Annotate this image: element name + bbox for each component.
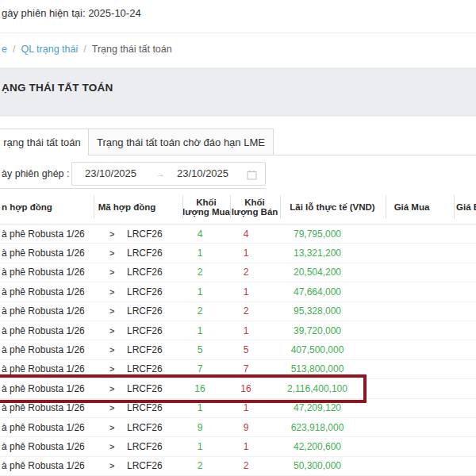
expand-chevron-icon[interactable]: > [109,321,119,340]
breadcrumb-home-link[interactable]: e [2,44,7,55]
buy-volume-cell: 16 [176,379,224,397]
tab-settlement-status[interactable]: rạng thái tất toán [0,129,89,155]
expand-chevron-icon[interactable]: > [109,418,119,436]
breadcrumb-section-link[interactable]: QL trạng thái [21,44,78,55]
buy-volume-cell: 5 [176,340,224,359]
column-header-buy-price: Giá Mua [386,190,437,224]
expand-chevron-icon[interactable]: > [109,302,119,321]
contract-name-cell: à phê Robusta 1/26 [2,302,85,321]
table-row[interactable]: à phê Robusta 1/26 > LRCF26 2 2 95,328,0… [0,302,476,321]
table-row[interactable]: à phê Robusta 1/26 > LRCF26 16 16 2,116,… [0,379,476,398]
table-row[interactable]: à phê Robusta 1/26 > LRCF26 7 7 513,800,… [0,360,476,379]
date-range-arrow-icon: → [155,168,165,179]
breadcrumb-current: Trạng thái tất toán [92,44,172,55]
contract-code-cell: LRCF26 [127,282,163,301]
calendar-icon[interactable] [247,169,257,183]
contract-name-cell: à phê Robusta 1/26 [2,360,85,378]
contract-code-cell: LRCF26 [127,457,163,475]
contract-code-cell: LRCF26 [127,225,163,243]
table-row[interactable]: à phê Robusta 1/26 > LRCF26 1 1 42,200,6… [0,437,476,456]
table-row[interactable]: à phê Robusta 1/26 > LRCF26 2 2 20,504,2… [0,263,476,282]
contract-name-cell: à phê Robusta 1/26 [2,457,85,475]
contract-name-cell: à phê Robusta 1/26 [2,399,85,417]
buy-volume-cell: 2 [176,263,224,282]
tab-settlement-pending-lme[interactable]: Trạng thái tất toán chờ đáo hạn LME [88,129,274,155]
buy-volume-cell: 2 [176,457,224,475]
realized-pnl-cell: 47,664,000 [270,282,365,301]
contract-name-cell: à phê Robusta 1/26 [2,340,85,359]
contract-code-cell: LRCF26 [127,263,163,282]
contract-code-cell: LRCF26 [127,360,163,378]
column-header-sell-volume: Khối lượng Bán [230,190,279,224]
table-row[interactable]: à phê Robusta 1/26 > LRCF26 2 2 50,300,0… [0,457,476,476]
realized-pnl-cell: 42,200,600 [270,437,365,455]
table-body: à phê Robusta 1/26 > LRCF26 4 4 79,795,0… [0,225,476,476]
date-range-picker[interactable]: 23/10/2025 → 23/10/2025 [71,162,266,186]
realized-pnl-cell: 2,116,400,100 [270,379,365,397]
sell-volume-cell: 7 [222,360,270,378]
expand-chevron-icon[interactable]: > [109,399,119,417]
contract-code-cell: LRCF26 [127,321,163,340]
buy-volume-cell: 1 [176,244,224,262]
realized-pnl-cell: 95,328,000 [270,302,365,321]
realized-pnl-cell: 20,504,200 [270,263,365,282]
table-row[interactable]: à phê Robusta 1/26 > LRCF26 1 1 39,720,0… [0,321,476,340]
contract-name-cell: à phê Robusta 1/26 [2,418,85,436]
buy-volume-cell: 7 [176,360,224,378]
expand-chevron-icon[interactable]: > [109,437,119,455]
buy-volume-cell: 4 [176,225,224,243]
expand-chevron-icon[interactable]: > [109,360,119,378]
sell-volume-cell: 9 [222,418,270,436]
breadcrumb: e / QL trạng thái / Trạng thái tất toán [2,44,172,55]
contract-name-cell: à phê Robusta 1/26 [2,321,85,340]
table-row[interactable]: à phê Robusta 1/26 > LRCF26 5 5 407,500,… [0,340,476,359]
expand-chevron-icon[interactable]: > [109,263,119,282]
realized-pnl-cell: 623,918,000 [270,418,365,436]
breadcrumb-separator: / [83,44,86,55]
expand-chevron-icon[interactable]: > [109,340,119,359]
table-row[interactable]: à phê Robusta 1/26 > LRCF26 1 1 47,209,1… [0,399,476,418]
session-date-text: gày phiên hiện tại: 2025-10-24 [2,7,141,19]
contract-name-cell: à phê Robusta 1/26 [2,437,85,455]
sell-volume-cell: 5 [222,340,270,359]
header-separator [280,195,281,219]
contract-code-cell: LRCF26 [127,437,163,455]
contract-name-cell: à phê Robusta 1/26 [2,244,85,262]
sell-volume-cell: 1 [222,244,270,262]
sell-volume-cell: 1 [222,437,270,455]
header-separator [386,195,386,219]
sell-volume-cell: 2 [222,302,270,321]
column-header-sell-price: Giá Bán [456,190,476,224]
realized-pnl-cell: 39,720,000 [270,321,365,340]
sell-volume-cell: 2 [222,457,270,475]
table-row[interactable]: à phê Robusta 1/26 > LRCF26 1 1 47,664,0… [0,282,476,301]
buy-volume-cell: 2 [176,302,224,321]
contract-code-cell: LRCF26 [127,302,163,321]
match-session-date-label: ày phiên ghép : [2,168,70,179]
contract-name-cell: à phê Robusta 1/26 [2,282,85,301]
tabbar-bottom-border [274,155,476,155]
table-row[interactable]: à phê Robusta 1/26 > LRCF26 4 4 79,795,0… [0,225,476,244]
expand-chevron-icon[interactable]: > [109,244,119,262]
header-separator [94,195,94,219]
column-header-buy-volume: Khối lượng Mua [182,190,230,224]
realized-pnl-cell: 50,300,000 [270,457,365,475]
contract-code-cell: LRCF26 [127,244,163,262]
expand-chevron-icon[interactable]: > [109,225,119,243]
expand-chevron-icon[interactable]: > [109,379,119,397]
table-row[interactable]: à phê Robusta 1/26 > LRCF26 9 9 623,918,… [0,418,476,437]
breadcrumb-separator: / [13,44,15,55]
filter-panel-bottom-border [0,188,267,189]
tab-settlement-status-label: rạng thái tất toán [3,136,81,148]
column-header-realized-pnl: Lãi lỗ thực tế (VND) [280,190,385,224]
sell-volume-cell: 16 [222,379,270,397]
date-to-value[interactable]: 23/10/2025 [177,167,228,179]
date-from-value[interactable]: 23/10/2025 [85,167,136,179]
table-row[interactable]: à phê Robusta 1/26 > LRCF26 1 1 13,321,2… [0,244,476,263]
expand-chevron-icon[interactable]: > [109,282,119,301]
contract-code-cell: LRCF26 [127,418,163,436]
header-separator [230,195,231,219]
expand-chevron-icon[interactable]: > [109,457,119,475]
contract-code-cell: LRCF26 [127,340,163,359]
buy-volume-cell: 1 [176,321,224,340]
